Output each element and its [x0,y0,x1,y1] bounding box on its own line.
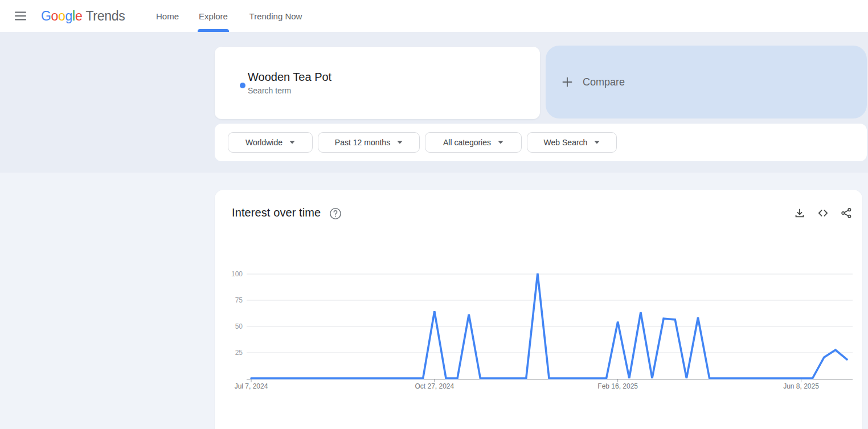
logo-trends-text: Trends [85,9,125,24]
svg-text:75: 75 [235,296,243,304]
interest-over-time-card: Interest over time [215,190,862,429]
chevron-down-icon [594,141,600,144]
filter-time-range-dropdown[interactable]: Past 12 months [318,132,420,153]
filter-search-type-dropdown[interactable]: Web Search [527,132,617,153]
filter-region-value: Worldwide [245,138,282,147]
nav-tab-home[interactable]: Home [155,0,180,32]
trend-line [251,273,847,378]
nav-tab-explore[interactable]: Explore [198,0,229,32]
chevron-down-icon [397,141,403,144]
compare-label: Compare [583,76,625,88]
search-term-title: Wooden Tea Pot [248,71,331,84]
compare-add-term-card[interactable]: Compare [546,46,867,119]
nav-tab-trending-now[interactable]: Trending Now [247,0,305,32]
chevron-down-icon [289,141,295,144]
svg-text:25: 25 [235,349,243,357]
app-header: Google Trends Home Explore Trending Now [0,0,868,32]
svg-text:100: 100 [231,270,243,278]
svg-text:Oct 27, 2024: Oct 27, 2024 [415,382,454,390]
plus-icon [562,76,573,88]
search-term-type-label: Search term [248,86,291,95]
filter-time-range-value: Past 12 months [335,138,390,147]
google-wordmark: Google [41,9,82,24]
menu-icon[interactable] [9,5,32,27]
filter-category-dropdown[interactable]: All categories [425,132,522,153]
google-trends-explore-page: Google Trends Home Explore Trending Now … [0,0,868,429]
svg-text:Feb 16, 2025: Feb 16, 2025 [597,382,638,390]
svg-text:Jun 8, 2025: Jun 8, 2025 [783,382,819,390]
chevron-down-icon [498,141,503,144]
filters-bar: Worldwide Past 12 months All categories … [215,124,867,161]
svg-text:50: 50 [235,322,243,330]
filter-category-value: All categories [443,138,491,147]
interest-over-time-chart[interactable]: 255075100Jul 7, 2024Oct 27, 2024Feb 16, … [215,190,862,429]
svg-text:Jul 7, 2024: Jul 7, 2024 [235,382,268,390]
series-color-dot [240,83,245,88]
filter-search-type-value: Web Search [544,138,588,147]
google-trends-logo[interactable]: Google Trends [41,0,125,32]
filter-region-dropdown[interactable]: Worldwide [228,132,313,153]
active-tab-underline [198,29,229,32]
